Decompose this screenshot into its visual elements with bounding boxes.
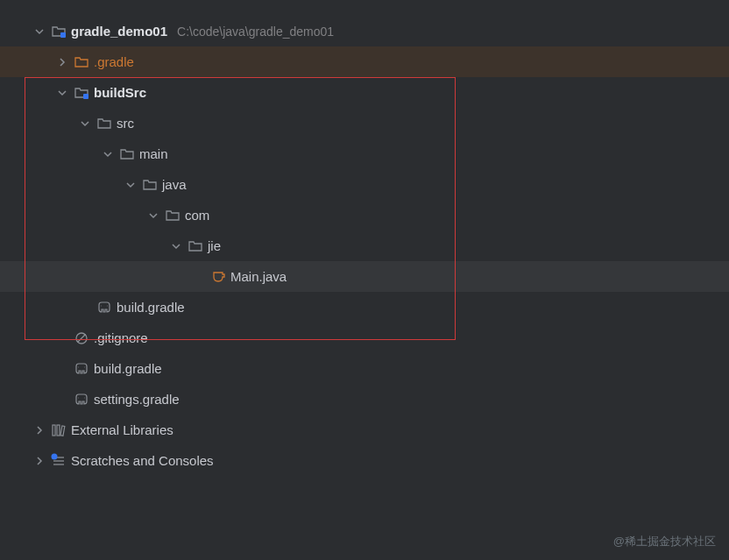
chevron-down-icon [101,149,115,159]
library-icon [51,422,67,438]
root-path: C:\code\java\gradle_demo01 [177,25,334,39]
tree-row-mainjava[interactable]: Main.java [0,261,729,292]
chevron-down-icon [169,241,183,252]
node-label: main [139,146,168,161]
folder-icon [74,54,89,70]
folder-icon [119,146,135,162]
tree-row-extlibs[interactable]: External Libraries [0,415,729,445]
node-label: Scratches and Consoles [71,453,214,468]
chevron-right-icon [55,57,69,67]
gradle-icon [74,361,89,377]
chevron-down-icon [32,26,46,37]
tree-row-gitignore[interactable]: .gitignore [0,323,729,353]
chevron-right-icon [32,425,46,436]
node-label: buildSrc [94,85,146,100]
folder-icon [165,208,180,223]
chevron-down-icon [146,210,160,221]
gradle-icon [74,392,89,408]
node-label: build.gradle [94,361,162,376]
tree-row-scratches[interactable]: Scratches and Consoles [0,445,729,476]
tree-row-buildsrc[interactable]: buildSrc [0,77,729,108]
folder-icon [96,116,112,131]
node-label: .gitignore [94,330,148,345]
tree-row-main[interactable]: main [0,138,729,169]
node-label: src [117,116,134,131]
tree-row-settings[interactable]: settings.gradle [0,384,729,415]
node-label: com [185,208,209,223]
module-folder-icon [51,24,67,39]
ignored-icon [74,330,89,346]
node-label: .gradle [94,54,134,69]
watermark: @稀土掘金技术社区 [613,534,716,549]
node-label: settings.gradle [94,392,180,407]
chevron-right-icon [32,456,46,466]
node-label: build.gradle [117,300,185,315]
tree-row-root[interactable]: gradle_demo01 C:\code\java\gradle_demo01 [0,16,729,46]
project-tree: gradle_demo01 C:\code\java\gradle_demo01… [0,0,729,476]
root-name: gradle_demo01 [71,24,167,39]
module-folder-icon [74,85,89,101]
node-label: java [162,177,187,192]
node-label: jie [208,238,221,253]
java-class-icon [210,269,226,285]
gradle-icon [96,300,112,315]
tree-row-jie[interactable]: jie [0,230,729,261]
chevron-down-icon [55,88,69,98]
node-label: External Libraries [71,422,173,437]
node-label: Main.java [230,269,287,284]
tree-row-gradle[interactable]: .gradle [0,46,729,77]
tree-row-java[interactable]: java [0,169,729,200]
folder-icon [142,177,158,193]
scratch-icon [51,453,67,469]
tree-row-build-outer[interactable]: build.gradle [0,353,729,384]
chevron-down-icon [78,118,92,129]
chevron-down-icon [124,180,138,190]
tree-row-src[interactable]: src [0,108,729,138]
tree-row-build-inner[interactable]: build.gradle [0,292,729,323]
tree-row-com[interactable]: com [0,200,729,230]
folder-icon [188,238,203,254]
